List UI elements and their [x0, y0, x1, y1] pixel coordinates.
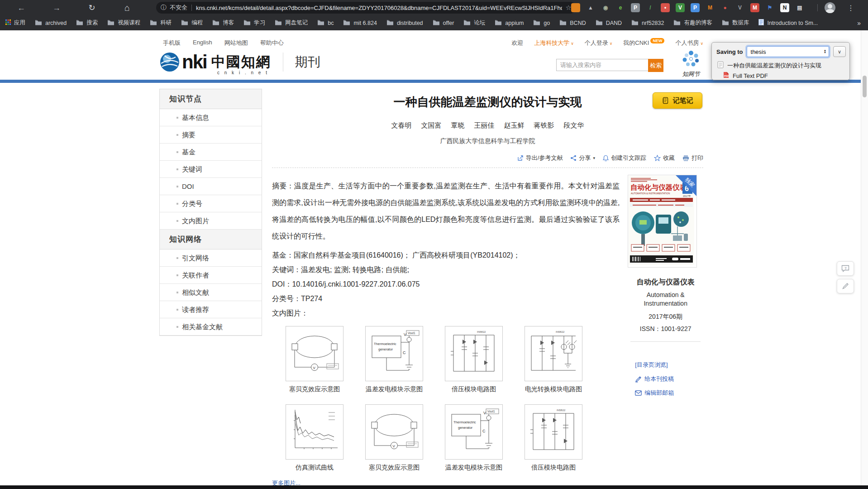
org-link[interactable]: 上海科技大学∨ [534, 39, 574, 47]
bookmark-item[interactable]: 搜索 [76, 19, 98, 27]
bookmark-item[interactable]: go [533, 19, 550, 27]
action-share[interactable]: 分享▾ [570, 154, 595, 162]
sidebar-item-关键词[interactable]: 关键词 [160, 161, 262, 178]
bookmark-item[interactable]: BCND [559, 19, 586, 27]
bookmark-item[interactable]: 博客 [212, 19, 234, 27]
sidebar-item-相关基金文献[interactable]: 相关基金文献 [160, 318, 262, 336]
bookmark-item[interactable]: 有趣的博客 [673, 19, 712, 27]
bookmark-item[interactable]: offer [433, 19, 454, 27]
search-input[interactable] [556, 59, 649, 71]
bookmark-item[interactable]: bc [317, 19, 334, 27]
cnki-globe-icon[interactable] [159, 52, 180, 72]
figure-thumbnail[interactable]: IN5822 [525, 404, 582, 460]
bookmarks-overflow-chevron[interactable]: » [857, 19, 868, 27]
url-bar[interactable]: ⓘ 不安全 kns.cnki.net/kcms/detail/detail.as… [156, 2, 576, 14]
extension-notion-icon[interactable]: N [780, 3, 789, 12]
extension-doc-icon[interactable]: ▤ [795, 3, 804, 12]
help-chat-button[interactable]: ? [837, 261, 854, 276]
figure-thumbnail[interactable]: IN5822 [525, 326, 582, 381]
back-icon[interactable]: ← [14, 0, 29, 15]
bookmark-star-icon[interactable]: ☆ [566, 4, 572, 12]
bookmark-item[interactable]: Introduction to Sm... [758, 19, 818, 27]
utility-nav-link[interactable]: 帮助中心 [260, 39, 284, 47]
login-link[interactable]: 个人登录∨ [585, 39, 613, 47]
utility-nav-link[interactable]: 手机版 [163, 39, 181, 47]
extension-metamask-icon[interactable]: M [706, 3, 715, 12]
kns-node-logo[interactable]: 知网节 [680, 49, 702, 78]
journal-issue[interactable]: 2017年06期 [628, 313, 703, 321]
extension-person-red-icon[interactable]: • [661, 3, 670, 12]
extension-p-blue-icon[interactable]: P [691, 3, 700, 12]
bookmark-item[interactable]: distributed [386, 19, 423, 27]
bookmark-item[interactable]: appium [495, 19, 524, 27]
profile-avatar[interactable] [825, 2, 835, 13]
toc-browse-link[interactable]: [目录页浏览] [635, 361, 703, 369]
take-note-button[interactable]: 记笔记 [653, 92, 702, 109]
figure-thumbnail[interactable]: Thermoelectric generator V Vout1 C [445, 404, 503, 460]
extension-vimium-icon[interactable]: V [735, 3, 744, 12]
scrollbar[interactable] [861, 30, 868, 489]
bookmark-item[interactable]: archived [35, 19, 67, 27]
utility-nav-link[interactable]: 网站地图 [224, 39, 248, 47]
extension-v-green-icon[interactable]: V [676, 3, 685, 12]
sidebar-item-读者推荐[interactable]: 读者推荐 [160, 301, 262, 318]
figure-thumbnail[interactable]: V [365, 404, 423, 460]
author-link[interactable]: 王丽佳 [474, 121, 495, 130]
sidebar-item-DOI[interactable]: DOI [160, 178, 262, 195]
utility-nav-link[interactable]: English [193, 39, 212, 47]
bookmark-item[interactable]: 视频课程 [107, 19, 140, 27]
sidebar-item-分类号[interactable]: 分类号 [160, 195, 262, 212]
browser-menu-icon[interactable]: ⋮ [847, 0, 854, 15]
figure-thumbnail[interactable]: Thermoelectric generator V Vout1 C [365, 326, 423, 381]
url-text[interactable]: kns.cnki.net/kcms/detail/detail.aspx?dbc… [196, 5, 562, 11]
journal-name[interactable]: 自动化与仪器仪表 [628, 278, 703, 287]
bookmark-item[interactable]: 科研 [150, 19, 172, 27]
action-star[interactable]: 收藏 [654, 154, 675, 162]
sidebar-item-基本信息[interactable]: 基本信息 [160, 109, 262, 126]
personal-library-link[interactable]: 个人书房∨ [675, 39, 703, 47]
extension-orange-icon[interactable] [571, 3, 580, 12]
bookmark-item[interactable]: 网盘笔记 [275, 19, 308, 27]
affiliation[interactable]: 广西民族大学信息科学与工程学院 [272, 137, 703, 145]
figure-thumbnail[interactable]: IN5822 [445, 326, 503, 381]
bookmark-item[interactable]: 编程 [181, 19, 203, 27]
author-link[interactable]: 文国富 [421, 121, 442, 130]
extension-evernote-icon[interactable]: e [616, 3, 625, 12]
scrollbar-thumb[interactable] [863, 76, 867, 97]
author-link[interactable]: 蒋铁影 [534, 121, 554, 130]
collection-select[interactable]: thesis ▲▼ [747, 46, 829, 57]
bookmark-item[interactable]: 论坛 [463, 19, 485, 27]
home-icon[interactable]: ⌂ [119, 0, 135, 15]
action-export[interactable]: 导出/参考文献 [517, 154, 563, 162]
extension-leaf-icon[interactable]: / [646, 3, 655, 12]
extension-bookmark-icon[interactable]: ⚑ [765, 3, 774, 12]
sidebar-item-文内图片[interactable]: 文内图片 [160, 212, 262, 230]
reload-icon[interactable]: ↻ [84, 0, 100, 15]
extension-pocket-icon[interactable]: ● [720, 3, 730, 12]
cnki-logo-text[interactable]: nki [182, 51, 207, 73]
author-link[interactable]: 段文华 [564, 121, 584, 130]
info-icon[interactable]: ⓘ [161, 4, 167, 12]
sidebar-item-关联作者[interactable]: 关联作者 [160, 267, 262, 284]
cnki-logo-chinese[interactable]: 中國知網 [211, 53, 271, 72]
extension-p-gray-icon[interactable]: P [631, 3, 640, 12]
fund-value[interactable]: 国家自然科学基金项目(61640016)； 广西高校科研项目(YB2014102… [294, 251, 520, 259]
extension-circle-icon[interactable]: ◉ [601, 3, 610, 12]
my-cnki-link[interactable]: 我的CNKINEW [623, 39, 664, 47]
keywords-value[interactable]: 温差发电; 监测; 转换电路; 自供能; [301, 266, 409, 273]
bookmark-item[interactable]: 应用 [5, 19, 25, 27]
bookmark-item[interactable]: 数据库 [722, 19, 749, 27]
search-button[interactable]: 检索 [648, 59, 663, 72]
extension-triangle-icon[interactable]: ▲ [586, 3, 595, 12]
feedback-pencil-button[interactable] [837, 279, 854, 293]
popup-expand-button[interactable]: ∨ [833, 46, 846, 57]
bookmark-item[interactable]: DAND [596, 19, 622, 27]
forward-icon[interactable]: → [49, 0, 64, 15]
bookmark-item[interactable]: nrf52832 [631, 19, 664, 27]
action-printer[interactable]: 打印 [682, 154, 703, 162]
editor-email-link[interactable]: 编辑部邮箱 [635, 389, 703, 397]
author-link[interactable]: 覃晓 [451, 121, 465, 130]
sidebar-item-摘要[interactable]: 摘要 [160, 126, 262, 144]
author-link[interactable]: 赵玉鲜 [504, 121, 525, 130]
figure-thumbnail[interactable] [286, 404, 343, 460]
